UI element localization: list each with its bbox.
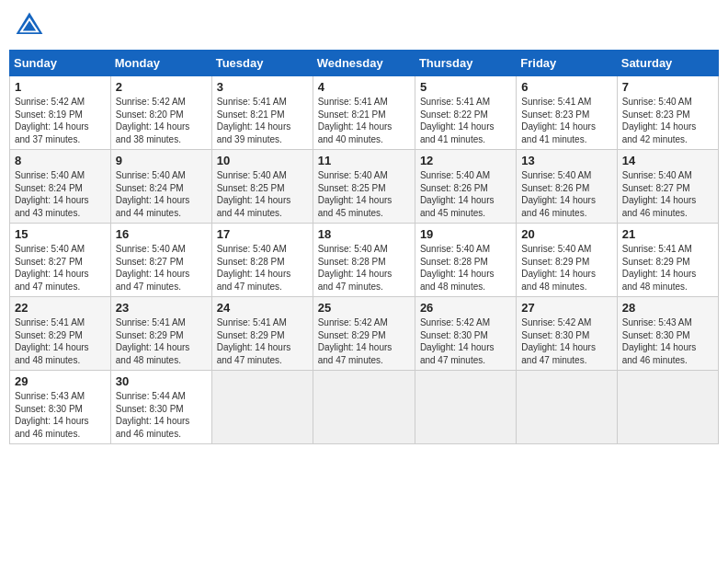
calendar-cell: 19Sunrise: 5:40 AM Sunset: 8:28 PM Dayli… [415,224,516,297]
day-detail: Sunrise: 5:44 AM Sunset: 8:30 PM Dayligh… [116,390,207,440]
calendar-header-thursday: Thursday [415,51,516,76]
day-detail: Sunrise: 5:42 AM Sunset: 8:30 PM Dayligh… [521,316,611,366]
calendar-cell: 8Sunrise: 5:40 AM Sunset: 8:24 PM Daylig… [10,150,111,224]
calendar-week-2: 8Sunrise: 5:40 AM Sunset: 8:24 PM Daylig… [10,150,719,224]
day-detail: Sunrise: 5:41 AM Sunset: 8:29 PM Dayligh… [217,316,308,366]
calendar-cell: 10Sunrise: 5:40 AM Sunset: 8:25 PM Dayli… [211,150,313,224]
day-detail: Sunrise: 5:40 AM Sunset: 8:23 PM Dayligh… [622,96,713,145]
day-number: 22 [15,301,106,315]
day-detail: Sunrise: 5:40 AM Sunset: 8:28 PM Dayligh… [318,243,410,293]
day-detail: Sunrise: 5:40 AM Sunset: 8:24 PM Dayligh… [116,169,207,219]
day-number: 9 [116,154,207,167]
day-number: 21 [622,227,713,241]
calendar-week-4: 22Sunrise: 5:41 AM Sunset: 8:29 PM Dayli… [10,297,719,371]
day-number: 8 [15,154,106,167]
calendar-week-1: 1Sunrise: 5:42 AM Sunset: 8:19 PM Daylig… [10,76,719,150]
day-detail: Sunrise: 5:43 AM Sunset: 8:30 PM Dayligh… [622,316,713,366]
calendar-header-tuesday: Tuesday [211,51,313,76]
calendar-cell: 18Sunrise: 5:40 AM Sunset: 8:28 PM Dayli… [313,224,415,297]
day-number: 20 [521,227,611,241]
calendar-cell: 21Sunrise: 5:41 AM Sunset: 8:29 PM Dayli… [617,224,718,297]
calendar-cell [313,371,415,444]
day-number: 16 [116,227,207,241]
calendar-cell: 22Sunrise: 5:41 AM Sunset: 8:29 PM Dayli… [10,297,111,371]
calendar-cell: 28Sunrise: 5:43 AM Sunset: 8:30 PM Dayli… [617,297,718,371]
day-number: 26 [420,301,511,315]
day-number: 25 [318,301,410,315]
calendar-body: 1Sunrise: 5:42 AM Sunset: 8:19 PM Daylig… [10,76,719,444]
day-detail: Sunrise: 5:40 AM Sunset: 8:27 PM Dayligh… [622,169,713,219]
day-number: 5 [420,80,511,94]
day-detail: Sunrise: 5:40 AM Sunset: 8:27 PM Dayligh… [15,243,106,293]
day-number: 27 [521,301,611,315]
day-number: 14 [622,154,713,167]
day-number: 19 [420,227,511,241]
calendar-cell: 11Sunrise: 5:40 AM Sunset: 8:25 PM Dayli… [313,150,415,224]
page-header [9,9,719,42]
day-detail: Sunrise: 5:41 AM Sunset: 8:21 PM Dayligh… [318,96,410,145]
day-number: 18 [318,227,410,241]
calendar-cell: 20Sunrise: 5:40 AM Sunset: 8:29 PM Dayli… [517,224,617,297]
day-detail: Sunrise: 5:40 AM Sunset: 8:28 PM Dayligh… [420,243,511,293]
calendar-cell: 13Sunrise: 5:40 AM Sunset: 8:26 PM Dayli… [517,150,617,224]
calendar-cell: 16Sunrise: 5:40 AM Sunset: 8:27 PM Dayli… [110,224,211,297]
calendar-cell [617,371,718,444]
calendar-cell: 9Sunrise: 5:40 AM Sunset: 8:24 PM Daylig… [110,150,211,224]
day-number: 3 [217,80,308,94]
calendar-table: SundayMondayTuesdayWednesdayThursdayFrid… [9,50,719,444]
day-detail: Sunrise: 5:42 AM Sunset: 8:29 PM Dayligh… [318,316,410,366]
day-number: 13 [521,154,611,167]
day-number: 6 [521,80,611,94]
calendar-cell: 3Sunrise: 5:41 AM Sunset: 8:21 PM Daylig… [211,76,313,150]
day-detail: Sunrise: 5:40 AM Sunset: 8:25 PM Dayligh… [318,169,410,219]
calendar-header-monday: Monday [110,51,211,76]
day-detail: Sunrise: 5:40 AM Sunset: 8:25 PM Dayligh… [217,169,308,219]
day-detail: Sunrise: 5:40 AM Sunset: 8:26 PM Dayligh… [521,169,611,219]
day-number: 28 [622,301,713,315]
day-detail: Sunrise: 5:41 AM Sunset: 8:23 PM Dayligh… [521,96,611,145]
calendar-cell: 4Sunrise: 5:41 AM Sunset: 8:21 PM Daylig… [313,76,415,150]
logo [13,9,50,42]
day-detail: Sunrise: 5:40 AM Sunset: 8:26 PM Dayligh… [420,169,511,219]
calendar-cell: 26Sunrise: 5:42 AM Sunset: 8:30 PM Dayli… [415,297,516,371]
calendar-cell: 30Sunrise: 5:44 AM Sunset: 8:30 PM Dayli… [110,371,211,444]
day-number: 12 [420,154,511,167]
day-detail: Sunrise: 5:40 AM Sunset: 8:24 PM Dayligh… [15,169,106,219]
calendar-header-sunday: Sunday [10,51,111,76]
calendar-cell: 27Sunrise: 5:42 AM Sunset: 8:30 PM Dayli… [517,297,617,371]
day-detail: Sunrise: 5:42 AM Sunset: 8:20 PM Dayligh… [116,96,207,145]
day-number: 15 [15,227,106,241]
day-detail: Sunrise: 5:41 AM Sunset: 8:22 PM Dayligh… [420,96,511,145]
day-number: 17 [217,227,308,241]
calendar-cell: 17Sunrise: 5:40 AM Sunset: 8:28 PM Dayli… [211,224,313,297]
calendar-cell: 5Sunrise: 5:41 AM Sunset: 8:22 PM Daylig… [415,76,516,150]
calendar-cell: 15Sunrise: 5:40 AM Sunset: 8:27 PM Dayli… [10,224,111,297]
day-detail: Sunrise: 5:43 AM Sunset: 8:30 PM Dayligh… [15,390,106,440]
day-number: 2 [116,80,207,94]
calendar-cell: 29Sunrise: 5:43 AM Sunset: 8:30 PM Dayli… [10,371,111,444]
day-detail: Sunrise: 5:42 AM Sunset: 8:30 PM Dayligh… [420,316,511,366]
calendar-cell: 2Sunrise: 5:42 AM Sunset: 8:20 PM Daylig… [110,76,211,150]
calendar-cell: 25Sunrise: 5:42 AM Sunset: 8:29 PM Dayli… [313,297,415,371]
calendar-week-3: 15Sunrise: 5:40 AM Sunset: 8:27 PM Dayli… [10,224,719,297]
day-number: 29 [15,374,106,388]
calendar-cell: 23Sunrise: 5:41 AM Sunset: 8:29 PM Dayli… [110,297,211,371]
day-number: 11 [318,154,410,167]
day-detail: Sunrise: 5:40 AM Sunset: 8:29 PM Dayligh… [521,243,611,293]
calendar-cell [415,371,516,444]
day-number: 1 [15,80,106,94]
calendar-cell: 7Sunrise: 5:40 AM Sunset: 8:23 PM Daylig… [617,76,718,150]
day-number: 30 [116,374,207,388]
calendar-header-friday: Friday [517,51,617,76]
day-detail: Sunrise: 5:40 AM Sunset: 8:28 PM Dayligh… [217,243,308,293]
day-detail: Sunrise: 5:41 AM Sunset: 8:29 PM Dayligh… [15,316,106,366]
day-detail: Sunrise: 5:40 AM Sunset: 8:27 PM Dayligh… [116,243,207,293]
day-number: 24 [217,301,308,315]
calendar-header-row: SundayMondayTuesdayWednesdayThursdayFrid… [10,51,719,76]
day-detail: Sunrise: 5:41 AM Sunset: 8:29 PM Dayligh… [116,316,207,366]
day-detail: Sunrise: 5:42 AM Sunset: 8:19 PM Dayligh… [15,96,106,145]
day-detail: Sunrise: 5:41 AM Sunset: 8:29 PM Dayligh… [622,243,713,293]
calendar-cell [211,371,313,444]
calendar-cell: 14Sunrise: 5:40 AM Sunset: 8:27 PM Dayli… [617,150,718,224]
calendar-header-saturday: Saturday [617,51,718,76]
